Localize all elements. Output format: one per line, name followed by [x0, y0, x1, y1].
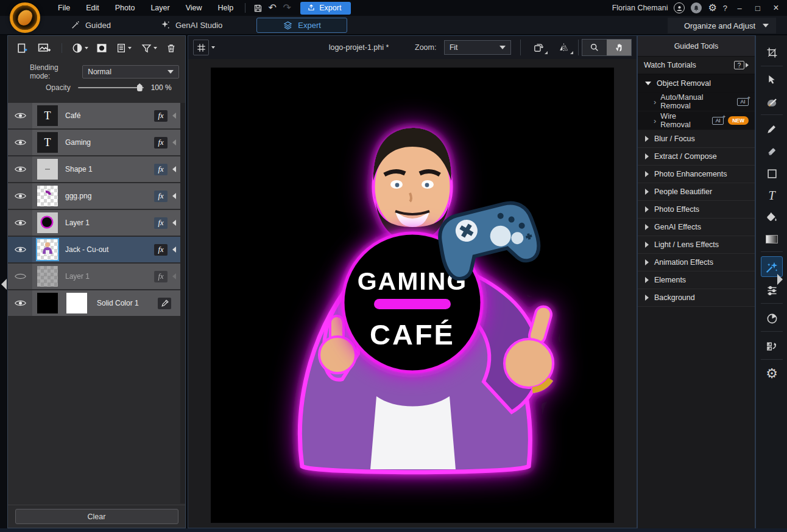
- save-icon[interactable]: [250, 2, 265, 14]
- section-elements[interactable]: Elements: [638, 271, 755, 289]
- visibility-eye-icon[interactable]: [8, 183, 32, 209]
- expand-effects-arrow-icon[interactable]: [172, 113, 176, 119]
- new-layer-button[interactable]: [13, 40, 31, 57]
- layer-thumbnail[interactable]: [37, 186, 58, 206]
- canvas-workspace[interactable]: GAMING CAFÉ: [188, 59, 637, 528]
- expand-effects-arrow-icon[interactable]: [172, 220, 176, 226]
- section-photo-enhancements[interactable]: Photo Enhancements: [638, 166, 755, 183]
- notifications-bell-icon[interactable]: [691, 2, 702, 13]
- layer-row-solid-color[interactable]: Solid Color 1: [8, 290, 180, 316]
- layer-row-shape1[interactable]: Shape 1 fx: [8, 156, 180, 182]
- filter-layers-button[interactable]: [140, 40, 158, 57]
- workspace-dropdown[interactable]: Organize and Adjust: [668, 18, 776, 33]
- shape-rectangle-tool[interactable]: [756, 163, 787, 184]
- paint-bucket-tool[interactable]: [756, 206, 787, 228]
- layer-name[interactable]: Café: [65, 111, 154, 120]
- zoom-select[interactable]: Fit: [444, 40, 511, 55]
- tab-genai-studio[interactable]: GenAI Studio: [155, 18, 228, 32]
- layer-options-button[interactable]: [115, 40, 133, 57]
- opacity-slider-thumb[interactable]: [137, 83, 143, 91]
- minimize-button[interactable]: –: [733, 4, 746, 13]
- layer-row-layer1-hidden[interactable]: Layer 1 fx: [8, 264, 180, 289]
- opacity-slider[interactable]: [78, 87, 144, 88]
- tone-pie-tool[interactable]: [756, 307, 787, 329]
- fx-badge[interactable]: fx: [154, 271, 168, 282]
- fx-badge[interactable]: fx: [154, 217, 168, 229]
- add-image-layer-button[interactable]: [35, 40, 53, 57]
- section-genai-effects[interactable]: GenAI Effects: [638, 219, 755, 236]
- color-picker-icon[interactable]: [158, 298, 171, 309]
- fx-badge[interactable]: fx: [154, 191, 168, 202]
- adjustment-brush-tool[interactable]: [756, 91, 787, 113]
- eraser-tool[interactable]: [756, 140, 787, 162]
- layers-scrollbar[interactable]: [180, 103, 185, 503]
- menu-view[interactable]: View: [179, 1, 209, 15]
- flip-button[interactable]: [552, 40, 574, 55]
- undo-icon[interactable]: ↶: [265, 2, 280, 14]
- layer-mask-thumbnail[interactable]: [66, 293, 87, 313]
- expand-effects-arrow-icon[interactable]: [172, 193, 176, 199]
- layer-name[interactable]: Shape 1: [65, 165, 154, 173]
- pencil-tool[interactable]: [756, 118, 787, 140]
- visibility-eye-icon[interactable]: [8, 156, 32, 182]
- mask-layer-button[interactable]: [93, 40, 111, 57]
- document-canvas[interactable]: GAMING CAFÉ: [211, 68, 614, 523]
- grid-overlay-button[interactable]: [193, 40, 209, 55]
- settings-gear-icon[interactable]: ⚙: [708, 3, 716, 13]
- layer-name[interactable]: Layer 1: [65, 272, 154, 281]
- visibility-eye-icon[interactable]: [8, 290, 32, 316]
- expand-right-panel-handle[interactable]: [777, 274, 783, 285]
- menu-edit[interactable]: Edit: [79, 1, 106, 15]
- layer-thumbnail[interactable]: [37, 159, 58, 180]
- blending-mode-select[interactable]: Normal: [82, 65, 179, 79]
- tab-expert[interactable]: Expert: [256, 18, 347, 33]
- watch-tutorials-row[interactable]: Watch Tutorials ?: [638, 57, 755, 75]
- section-people-beautifier[interactable]: People Beautifier: [638, 183, 755, 201]
- layer-thumbnail[interactable]: T: [37, 132, 58, 153]
- layer-name[interactable]: Solid Color 1: [97, 299, 158, 307]
- gradient-tool[interactable]: [756, 228, 787, 250]
- layer-thumbnail[interactable]: [37, 266, 58, 287]
- section-blur-focus[interactable]: Blur / Focus: [638, 130, 755, 148]
- zoom-tool-button[interactable]: [582, 40, 607, 55]
- rotate-button[interactable]: [527, 40, 549, 55]
- account-avatar-icon[interactable]: [674, 2, 685, 13]
- expand-effects-arrow-icon[interactable]: [172, 139, 176, 145]
- export-button[interactable]: Export: [300, 2, 351, 15]
- text-tool[interactable]: T: [756, 184, 787, 206]
- close-button[interactable]: ×: [770, 2, 782, 13]
- layer-thumbnail[interactable]: [37, 239, 58, 260]
- expand-effects-arrow-icon[interactable]: [172, 273, 176, 279]
- layer-row-gggpng[interactable]: ggg.png fx: [8, 183, 180, 209]
- user-name[interactable]: Florian Chemani: [612, 4, 668, 12]
- layer-row-layer1-ring[interactable]: Layer 1 fx: [8, 210, 180, 236]
- item-wire-removal[interactable]: › Wire Removal AI NEW: [638, 111, 755, 130]
- layer-row-jack-cutout[interactable]: Jack - Cu-out fx: [8, 237, 180, 262]
- section-extract-compose[interactable]: Extract / Compose: [638, 148, 755, 166]
- visibility-eye-icon[interactable]: [8, 210, 32, 236]
- adjustment-layer-button[interactable]: [71, 40, 89, 57]
- collapse-left-panel-handle[interactable]: [1, 279, 7, 290]
- preferences-gear-tool[interactable]: ⚙: [756, 363, 787, 385]
- item-auto-manual-removal[interactable]: › Auto/Manual Removal AI: [638, 93, 755, 111]
- help-icon[interactable]: ?: [723, 4, 727, 13]
- fx-badge[interactable]: fx: [154, 164, 168, 175]
- section-object-removal[interactable]: Object Removal: [638, 75, 755, 93]
- produce-export-tool[interactable]: [756, 335, 787, 357]
- crop-tool[interactable]: [756, 41, 787, 63]
- select-pointer-tool[interactable]: [756, 68, 787, 90]
- layer-name[interactable]: Layer 1: [65, 219, 154, 227]
- fx-badge[interactable]: fx: [154, 244, 168, 256]
- menu-layer[interactable]: Layer: [144, 1, 176, 15]
- visibility-eye-icon[interactable]: [8, 103, 32, 128]
- menu-photo[interactable]: Photo: [108, 1, 142, 15]
- section-animation-effects[interactable]: Animation Effects: [638, 254, 755, 271]
- menu-file[interactable]: File: [51, 1, 77, 15]
- clear-button[interactable]: Clear: [15, 509, 178, 524]
- layer-name[interactable]: Gaming: [65, 138, 154, 147]
- pan-hand-tool-button[interactable]: [607, 40, 631, 55]
- delete-layer-button[interactable]: [162, 40, 180, 57]
- layer-thumbnail[interactable]: [37, 212, 58, 233]
- layer-thumbnail[interactable]: [37, 293, 58, 313]
- layer-row-gaming[interactable]: T Gaming fx: [8, 130, 180, 155]
